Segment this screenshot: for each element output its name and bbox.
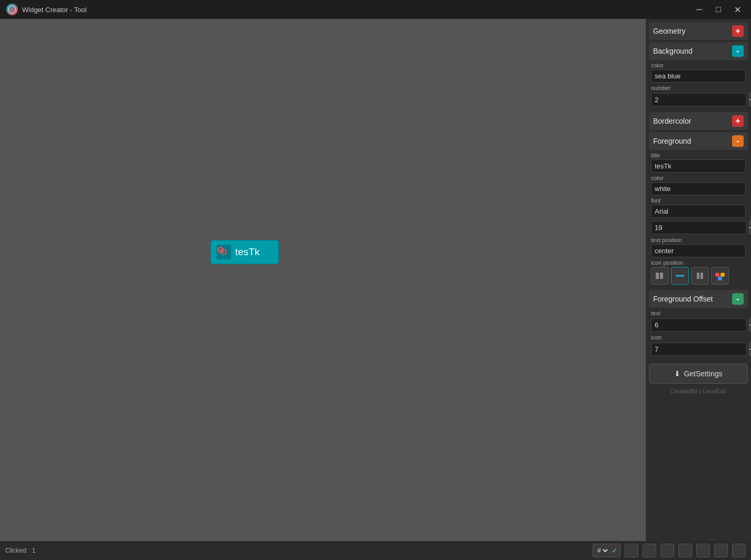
bordercolor-add-button[interactable]: + [732, 115, 744, 127]
bg-number-row: - + [651, 92, 746, 107]
icon-pos-right-btn[interactable] [691, 267, 709, 285]
bottom-btn-2[interactable] [643, 544, 656, 557]
maximize-button[interactable]: □ [711, 4, 726, 15]
bg-number-label: number [651, 85, 746, 91]
svg-rect-5 [660, 273, 663, 279]
bottom-btn-5[interactable] [696, 544, 710, 557]
svg-point-13 [718, 276, 722, 281]
bg-number-decrement[interactable]: - [749, 92, 751, 107]
fg-color-input[interactable] [651, 182, 746, 195]
bottom-btn-4[interactable] [678, 544, 692, 557]
right-panel: Geometry + Background - color number - [646, 19, 751, 541]
window-title: Widget Creator - Tool [22, 6, 87, 14]
fo-text-input[interactable] [651, 318, 747, 332]
fg-font-size-input[interactable] [651, 221, 747, 234]
foreground-title: Foreground [653, 137, 691, 145]
geometry-add-button[interactable]: + [732, 25, 744, 37]
icon-pos-left-icon [655, 271, 665, 281]
svg-rect-4 [656, 273, 659, 279]
widget-preview[interactable]: ⚙ tesTk [211, 240, 279, 264]
get-settings-label: GetSettings [684, 369, 722, 378]
widget-icon: ⚙ [216, 245, 231, 259]
foreground-offset-collapse-button[interactable]: - [732, 293, 744, 305]
fo-text-row: - + [651, 317, 746, 332]
main-area: ⚙ tesTk Geometry + Background - color [0, 19, 751, 541]
foreground-offset-section-header[interactable]: Foreground Offset - [649, 290, 748, 308]
fg-font-size-row: - + [651, 220, 746, 235]
bordercolor-title: Bordercolor [653, 117, 691, 125]
bg-color-label: color [651, 62, 746, 68]
bottom-btn-1[interactable] [625, 544, 638, 557]
fg-title-label: title [651, 152, 746, 158]
fg-font-field: font [651, 197, 746, 218]
fg-font-size-decrement[interactable]: - [749, 220, 751, 235]
geometry-title: Geometry [653, 27, 685, 35]
foreground-offset-section: Foreground Offset - text - + icon - [649, 290, 748, 359]
icon-pos-left-btn[interactable] [651, 267, 669, 285]
hash-dropdown[interactable]: # [595, 546, 609, 555]
bottom-btn-3[interactable] [660, 544, 674, 557]
svg-point-12 [720, 273, 725, 277]
fg-icon-pos-label: icon position [651, 259, 746, 266]
fo-text-field: text - + [651, 310, 746, 332]
fg-icon-pos-field: icon position [651, 259, 746, 285]
bottom-bar: Clicked: 1 # ✓ [0, 541, 751, 560]
foreground-offset-title: Foreground Offset [653, 295, 713, 303]
background-collapse-button[interactable]: - [732, 45, 744, 57]
bottom-btn-7[interactable] [732, 544, 746, 557]
fo-icon-input[interactable] [651, 343, 747, 356]
get-settings-button[interactable]: ⬇ GetSettings [649, 364, 748, 384]
canvas-area[interactable]: ⚙ tesTk [0, 19, 646, 541]
svg-rect-6 [676, 275, 679, 277]
svg-rect-9 [697, 273, 699, 279]
foreground-section: Foreground - title color font - [649, 132, 748, 288]
bottom-btn-6[interactable] [714, 544, 728, 557]
icon-pos-center-icon [675, 271, 685, 281]
background-title: Background [653, 47, 693, 55]
fg-color-label: color [651, 175, 746, 181]
fg-text-pos-input[interactable] [651, 244, 746, 257]
fo-text-decrement[interactable]: - [749, 317, 751, 332]
fo-icon-decrement[interactable]: - [749, 342, 751, 356]
background-section: Background - color number - + [649, 42, 748, 110]
foreground-offset-body: text - + icon - + [649, 308, 748, 359]
bordercolor-section-header[interactable]: Bordercolor + [649, 112, 748, 130]
clicked-value: 1 [32, 547, 36, 554]
fg-color-field: color [651, 175, 746, 195]
bg-number-field: number - + [651, 85, 746, 107]
icon-pos-color-btn[interactable] [711, 267, 729, 285]
fg-title-field: title [651, 152, 746, 173]
background-section-header[interactable]: Background - [649, 42, 748, 60]
fo-text-label: text [651, 310, 746, 316]
check-icon: ✓ [612, 546, 618, 555]
minimize-button[interactable]: ─ [692, 4, 707, 15]
svg-rect-7 [681, 275, 684, 277]
geometry-section-header[interactable]: Geometry + [649, 22, 748, 40]
app-logo [6, 4, 18, 15]
foreground-body: title color font - + text position [649, 150, 748, 288]
titlebar-left: Widget Creator - Tool [6, 4, 87, 15]
icon-pos-center-btn[interactable] [671, 267, 689, 285]
fg-title-input[interactable] [651, 159, 746, 173]
fg-font-label: font [651, 197, 746, 204]
clicked-label: Clicked: [5, 547, 28, 554]
background-body: color number - + [649, 60, 748, 110]
fg-text-pos-field: text position [651, 237, 746, 257]
fo-icon-label: icon [651, 334, 746, 341]
close-button[interactable]: ✕ [730, 4, 745, 15]
bg-color-input[interactable] [651, 69, 746, 83]
get-settings-icon: ⬇ [674, 369, 680, 378]
widget-text: tesTk [235, 246, 259, 258]
hash-select[interactable]: # ✓ [593, 544, 620, 557]
window-controls: ─ □ ✕ [692, 4, 745, 15]
foreground-collapse-button[interactable]: - [732, 135, 744, 147]
icon-pos-right-icon [695, 271, 705, 281]
fo-icon-row: - + [651, 342, 746, 356]
svg-rect-10 [700, 273, 703, 279]
titlebar: Widget Creator - Tool ─ □ ✕ [0, 0, 751, 19]
foreground-section-header[interactable]: Foreground - [649, 132, 748, 150]
fg-font-input[interactable] [651, 205, 746, 218]
fg-text-pos-label: text position [651, 237, 746, 243]
bg-number-input[interactable] [651, 93, 747, 106]
credits: CreatedBy | LinuxEdu [649, 386, 748, 396]
